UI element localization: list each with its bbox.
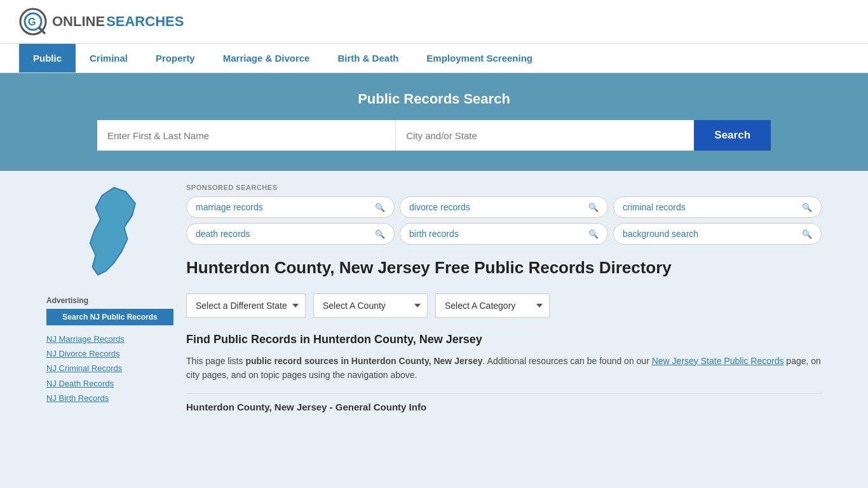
find-records-text: This page lists public record sources in… — [186, 354, 822, 383]
logo[interactable]: G ONLINE SEARCHES — [19, 8, 184, 36]
nav-item-employment[interactable]: Employment Screening — [412, 44, 546, 72]
sponsored-pill-background[interactable]: background search 🔍 — [613, 223, 822, 245]
sponsored-search-icon-5: 🔍 — [802, 229, 812, 239]
sponsored-pill-death[interactable]: death records 🔍 — [186, 223, 395, 245]
find-text-before: This page lists — [186, 356, 245, 366]
main-nav: Public Criminal Property Marriage & Divo… — [0, 44, 868, 73]
header: G ONLINE SEARCHES — [0, 0, 868, 44]
page-heading-text: Hunterdon County, New Jersey Free Public… — [186, 257, 672, 278]
sidebar-link-criminal[interactable]: NJ Criminal Records — [46, 361, 173, 376]
sidebar-link-birth[interactable]: NJ Birth Records — [46, 391, 173, 405]
sponsored-birth-text: birth records — [409, 229, 459, 239]
sidebar-advertising-label: Advertising — [46, 296, 173, 305]
sidebar-link-marriage[interactable]: NJ Marriage Records — [46, 332, 173, 346]
sponsored-pill-birth[interactable]: birth records 🔍 — [400, 223, 608, 245]
sponsored-divorce-text: divorce records — [409, 202, 470, 212]
nav-item-property[interactable]: Property — [142, 44, 209, 72]
sponsored-search-icon-1: 🔍 — [588, 203, 599, 212]
sponsored-search-icon-3: 🔍 — [375, 229, 385, 239]
dropdowns-row: Select a Different State Select A County… — [186, 294, 822, 318]
main-container: Advertising Search NJ Public Records NJ … — [40, 171, 828, 425]
sponsored-grid: marriage records 🔍 divorce records 🔍 cri… — [186, 196, 822, 245]
page-title: Hunterdon County, New Jersey Free Public… — [186, 257, 672, 278]
nav-item-marriage-divorce[interactable]: Marriage & Divorce — [209, 44, 324, 72]
search-button[interactable]: Search — [694, 120, 771, 151]
logo-online-text: ONLINE — [52, 13, 105, 30]
sponsored-marriage-text: marriage records — [196, 202, 263, 212]
find-records-link[interactable]: New Jersey State Public Records — [652, 356, 784, 366]
sponsored-search-icon-4: 🔍 — [588, 229, 599, 239]
find-text-bold: public record sources in Hunterdon Count… — [245, 356, 482, 366]
category-dropdown[interactable]: Select A Category — [435, 294, 550, 318]
name-input[interactable] — [97, 120, 396, 151]
sponsored-pill-marriage[interactable]: marriage records 🔍 — [186, 196, 395, 218]
sponsored-search-icon-0: 🔍 — [375, 203, 385, 212]
sponsored-criminal-text: criminal records — [623, 202, 686, 212]
logo-icon: G — [19, 8, 47, 36]
hero-title: Public Records Search — [19, 91, 849, 107]
sidebar-ad-button[interactable]: Search NJ Public Records — [46, 309, 173, 325]
nav-item-public[interactable]: Public — [19, 44, 76, 72]
state-dropdown[interactable]: Select a Different State — [186, 294, 306, 318]
svg-text:G: G — [28, 17, 36, 27]
location-input[interactable] — [396, 120, 694, 151]
sponsored-pill-criminal[interactable]: criminal records 🔍 — [613, 196, 822, 218]
sponsored-label: SPONSORED SEARCHES — [186, 184, 822, 191]
sponsored-death-text: death records — [196, 229, 250, 239]
sponsored-search-icon-2: 🔍 — [802, 203, 812, 212]
hero-banner: Public Records Search Search — [0, 73, 868, 171]
content-area: SPONSORED SEARCHES marriage records 🔍 di… — [186, 184, 822, 412]
nj-map-icon — [78, 184, 142, 287]
find-text-after: . Additional resources can be found on o… — [483, 356, 652, 366]
search-bar: Search — [97, 120, 771, 151]
nav-item-birth-death[interactable]: Birth & Death — [323, 44, 412, 72]
sponsored-pill-divorce[interactable]: divorce records 🔍 — [400, 196, 608, 218]
sidebar-link-divorce[interactable]: NJ Divorce Records — [46, 346, 173, 361]
nav-item-criminal[interactable]: Criminal — [76, 44, 142, 72]
sidebar: Advertising Search NJ Public Records NJ … — [46, 184, 173, 412]
section-bottom-heading: Hunterdon County, New Jersey - General C… — [186, 393, 822, 412]
sidebar-link-death[interactable]: NJ Death Records — [46, 376, 173, 391]
sponsored-background-text: background search — [623, 229, 698, 239]
county-dropdown[interactable]: Select A County — [313, 294, 428, 318]
page-heading-area: Hunterdon County, New Jersey Free Public… — [186, 257, 822, 278]
logo-text: ONLINE SEARCHES — [52, 13, 184, 30]
logo-searches-text: SEARCHES — [106, 13, 184, 30]
find-records-heading: Find Public Records in Hunterdon County,… — [186, 333, 822, 346]
